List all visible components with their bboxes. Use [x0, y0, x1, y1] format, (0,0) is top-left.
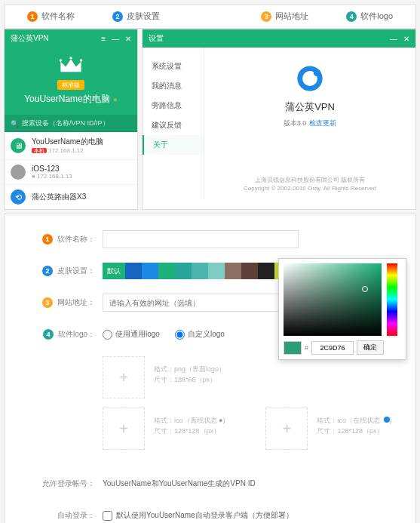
device-name: YouUserName的电脑: [32, 137, 103, 147]
legend-label: 网站地址: [275, 11, 308, 22]
num-3-icon: 3: [261, 11, 271, 22]
version-line: 版本3.0检查更新: [212, 118, 408, 128]
svg-point-4: [314, 69, 321, 77]
swatch[interactable]: [125, 263, 142, 279]
legend-label: 皮肤设置: [127, 11, 160, 22]
window-controls: ≡ — ✕: [101, 35, 131, 43]
swatch[interactable]: [241, 263, 258, 279]
swatch[interactable]: [208, 263, 225, 279]
row-auto-login: 自动登录： 默认使用YouUserName自动登录客户端（方便部署）: [27, 506, 393, 523]
device-name: 蒲公英路由器X3: [32, 192, 86, 202]
device-pc-icon: 🖥: [11, 138, 26, 153]
legend-item-3: 3网站地址: [261, 11, 308, 22]
num-4-icon: 4: [346, 11, 357, 22]
menu-item-about[interactable]: 关于: [143, 135, 204, 155]
legend-item-4: 4软件logo: [346, 11, 393, 22]
window-controls: — ✕: [390, 35, 409, 43]
device-row[interactable]: 🖥 YouUserName的电脑 本机172.168.1.12: [5, 132, 137, 160]
legend-item-1: 1软件名称: [27, 11, 75, 22]
color-picker-popup: # 确定: [278, 258, 406, 360]
menu-item-system[interactable]: 系统设置: [143, 57, 204, 76]
legend-label: 软件名称: [41, 11, 75, 22]
num-1-icon: 1: [42, 234, 53, 245]
num-2-icon: 2: [42, 266, 53, 276]
swatch[interactable]: [192, 263, 208, 279]
minimize-icon[interactable]: —: [390, 35, 397, 43]
upload-offline-hint: 格式：ico（离线状态 ●)尺寸：128*128（px）: [154, 408, 225, 450]
swatch-default[interactable]: 默认: [103, 263, 125, 279]
hero-panel: 标准版 YouUserName的电脑●: [5, 48, 137, 115]
settings-window: 设置 — ✕ 系统设置 我的消息 旁路信息 建议反馈 关于 蒲公英VPN 版本3…: [142, 29, 416, 210]
upload-png-hint: 格式：png（界面logo）尺寸：188*66（px）: [154, 356, 225, 398]
saturation-field[interactable]: [284, 263, 382, 336]
svg-point-1: [69, 57, 72, 59]
num-2-icon: 2: [112, 11, 123, 22]
settings-menu: 系统设置 我的消息 旁路信息 建议反馈 关于: [143, 48, 204, 198]
auto-login-checkbox[interactable]: [103, 511, 112, 521]
svg-point-0: [60, 59, 62, 61]
window-title: 蒲公英VPN: [11, 33, 49, 44]
upload-online-hint: 格式：ico（在线状态 )尺寸：128*128（px）: [317, 408, 391, 450]
online-dot-icon: ●: [113, 95, 118, 103]
menu-item-bypass[interactable]: 旁路信息: [143, 96, 204, 115]
self-pill: 本机: [32, 148, 47, 153]
close-icon[interactable]: ✕: [403, 35, 409, 43]
num-3-icon: 3: [42, 297, 53, 308]
device-name: YouUserName的电脑●: [5, 93, 137, 106]
device-ios-icon: [11, 165, 26, 180]
row-allow-account: 允许登录帐号： YouUserName和YouUserName生成的VPN ID: [27, 474, 393, 494]
legend-bar: 1软件名称 2皮肤设置 3网站地址 4软件logo: [4, 4, 416, 29]
titlebar: 蒲公英VPN ≡ — ✕: [5, 29, 137, 48]
legend-label: 软件logo: [360, 11, 393, 22]
num-1-icon: 1: [27, 11, 38, 22]
offline-dot-icon: ●: [219, 417, 222, 424]
swatch[interactable]: [158, 263, 175, 279]
crown-icon: [58, 55, 84, 75]
upload-png[interactable]: +: [103, 356, 145, 398]
app-logo-icon: [296, 64, 324, 93]
upload-ico-online[interactable]: +: [265, 408, 308, 450]
app-name: 蒲公英VPN: [212, 100, 408, 114]
titlebar: 设置 — ✕: [143, 29, 415, 48]
close-icon[interactable]: ✕: [125, 35, 131, 43]
device-row[interactable]: iOS-123 ● 172.168.1.13: [5, 160, 137, 185]
device-router-icon: ⟲: [11, 189, 26, 205]
upload-ico-offline[interactable]: +: [103, 408, 145, 450]
hex-input[interactable]: [311, 341, 354, 355]
swatch[interactable]: [142, 263, 158, 279]
online-dot-icon: [384, 417, 390, 423]
check-update-link[interactable]: 检查更新: [309, 119, 336, 127]
window-title: 设置: [149, 33, 164, 44]
swatch[interactable]: [175, 263, 192, 279]
menu-icon[interactable]: ≡: [101, 35, 106, 43]
allowed-account-value: YouUserName和YouUserName生成的VPN ID: [103, 478, 393, 489]
search-placeholder: 搜索设备（名称/VPN ID/IP）: [22, 118, 109, 128]
menu-item-feedback[interactable]: 建议反馈: [143, 115, 204, 135]
swatch[interactable]: [258, 263, 274, 279]
device-ip: 本机172.168.1.12: [32, 147, 103, 155]
software-name-input[interactable]: [103, 230, 299, 248]
minimize-icon[interactable]: —: [112, 35, 119, 43]
website-url-input[interactable]: [103, 294, 299, 312]
menu-item-messages[interactable]: 我的消息: [143, 76, 204, 96]
search-bar[interactable]: 🔍 搜索设备（名称/VPN ID/IP）: [5, 115, 137, 132]
row-software-name: 1软件名称：: [27, 229, 393, 249]
copyright: 上海贝锐信息科技股份有限公司 版权所有 Copyright © 2002-201…: [204, 176, 415, 192]
radio-custom-logo[interactable]: 自定义logo: [175, 329, 225, 340]
swatch[interactable]: [225, 263, 241, 279]
device-ip: ● 172.168.1.13: [32, 173, 72, 180]
about-panel: 蒲公英VPN 版本3.0检查更新 上海贝锐信息科技股份有限公司 版权所有 Cop…: [204, 48, 415, 198]
radio-generic-logo[interactable]: 使用通用logo: [103, 329, 160, 340]
legend-item-2: 2皮肤设置: [112, 11, 160, 22]
picker-cursor-icon: [362, 286, 368, 292]
picker-confirm-button[interactable]: 确定: [357, 340, 384, 355]
hue-slider[interactable]: [387, 263, 397, 336]
customize-form: 1软件名称： 2皮肤设置： 默认 3网站地址：: [4, 214, 416, 523]
search-icon: 🔍: [11, 120, 19, 128]
num-4-icon: 4: [43, 329, 54, 340]
edition-badge: 标准版: [57, 80, 84, 90]
device-name: iOS-123: [32, 165, 72, 173]
device-row[interactable]: ⟲ 蒲公英路由器X3: [5, 185, 137, 209]
svg-point-2: [80, 59, 82, 61]
current-color-swatch: [284, 341, 302, 355]
